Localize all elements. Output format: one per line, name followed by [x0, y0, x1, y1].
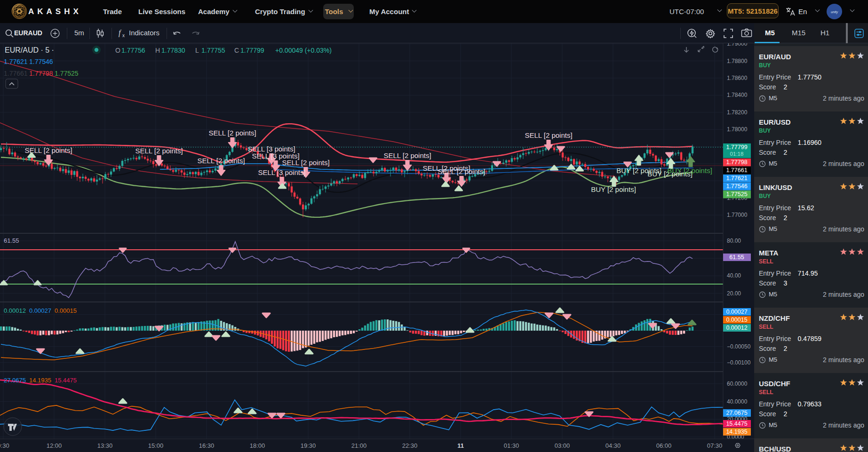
svg-text:−0.00100: −0.00100 [727, 359, 751, 366]
svg-text:60.0000: 60.0000 [727, 381, 748, 387]
svg-text:1.77798: 1.77798 [29, 70, 53, 77]
svg-text:SELL [2 points]: SELL [2 points] [282, 159, 329, 167]
svg-text:BUY [2 points]: BUY [2 points] [591, 185, 636, 193]
svg-text:15.4475: 15.4475 [726, 420, 747, 427]
svg-text:1.77525: 1.77525 [726, 191, 747, 198]
svg-text:1.77661: 1.77661 [726, 167, 747, 174]
svg-text:1.78400: 1.78400 [727, 92, 748, 98]
svg-text:SELL [2 points]: SELL [2 points] [208, 129, 256, 137]
svg-text:0.00015: 0.00015 [55, 307, 77, 314]
svg-text:0.00027: 0.00027 [726, 309, 747, 315]
svg-text:61.55: 61.55 [729, 254, 744, 261]
svg-text:1.77798: 1.77798 [726, 159, 747, 166]
svg-text:0.00012: 0.00012 [4, 307, 26, 314]
svg-text:11: 11 [457, 442, 464, 449]
svg-text:40.00: 40.00 [727, 272, 741, 279]
svg-text:1.77799: 1.77799 [240, 47, 264, 54]
svg-text:1.77621: 1.77621 [726, 175, 747, 182]
svg-text:f: f [119, 29, 122, 37]
svg-text:SELL [2 points]: SELL [2 points] [197, 157, 245, 165]
svg-text:−0.00050: −0.00050 [727, 343, 751, 350]
svg-text:07:30: 07:30 [707, 442, 723, 449]
svg-text:01:18: 01:18 [730, 151, 744, 157]
svg-text:80.00: 80.00 [727, 238, 741, 244]
svg-text:x: x [122, 33, 125, 38]
svg-text:18:00: 18:00 [250, 442, 265, 449]
svg-text:21:00: 21:00 [351, 442, 367, 449]
svg-text:1.77661: 1.77661 [4, 70, 28, 77]
svg-text:EUR/AUD · 5 ·: EUR/AUD · 5 · [5, 46, 54, 54]
svg-text:0:30: 0:30 [0, 442, 9, 449]
svg-text:L: L [195, 47, 199, 54]
svg-text:20.00: 20.00 [727, 290, 741, 297]
svg-text:SELL [2 points]: SELL [2 points] [383, 151, 431, 159]
svg-text:SELL [3 points]: SELL [3 points] [258, 168, 305, 176]
svg-text:SELL [2 points]: SELL [2 points] [438, 167, 485, 175]
svg-text:14.1935: 14.1935 [29, 377, 51, 384]
svg-text:13:30: 13:30 [97, 442, 113, 449]
svg-text:1.77799: 1.77799 [726, 144, 747, 151]
svg-text:+0.00049 (+0.03%): +0.00049 (+0.03%) [275, 47, 332, 54]
svg-text:12:00: 12:00 [47, 442, 62, 449]
svg-text:40.0000: 40.0000 [727, 398, 748, 405]
svg-text:1.77000: 1.77000 [727, 212, 748, 218]
svg-text:06:00: 06:00 [656, 442, 672, 449]
svg-text:O: O [115, 47, 120, 54]
svg-text:1.78600: 1.78600 [727, 75, 748, 81]
svg-text:BUY [2 points]: BUY [2 points] [667, 167, 712, 174]
svg-text:1.77621: 1.77621 [4, 58, 28, 65]
svg-text:22:30: 22:30 [402, 442, 418, 449]
svg-text:1.79000: 1.79000 [727, 43, 748, 47]
svg-text:15:00: 15:00 [148, 442, 164, 449]
svg-text:14.1935: 14.1935 [726, 428, 747, 435]
svg-text:03:00: 03:00 [555, 442, 570, 449]
svg-text:0.00015: 0.00015 [726, 317, 747, 323]
svg-text:H: H [155, 47, 160, 54]
svg-text:0.00012: 0.00012 [726, 325, 747, 331]
svg-text:61.55: 61.55 [4, 237, 19, 244]
svg-text:1.78200: 1.78200 [727, 109, 748, 116]
svg-text:1.77830: 1.77830 [161, 47, 185, 54]
svg-text:1.78800: 1.78800 [727, 58, 748, 64]
svg-text:15.4475: 15.4475 [55, 377, 77, 384]
svg-text:1.78000: 1.78000 [727, 126, 748, 133]
svg-text:1.77546: 1.77546 [29, 58, 53, 65]
svg-text:27.0675: 27.0675 [726, 410, 747, 416]
svg-text:SELL [2 points]: SELL [2 points] [525, 131, 572, 139]
svg-text:1.77525: 1.77525 [55, 70, 79, 77]
svg-text:1.77755: 1.77755 [201, 47, 225, 54]
svg-text:27.0675: 27.0675 [4, 377, 26, 384]
svg-text:01:30: 01:30 [504, 442, 519, 449]
svg-text:1.77756: 1.77756 [121, 47, 145, 54]
svg-text:16:30: 16:30 [199, 442, 215, 449]
svg-text:19:30: 19:30 [301, 442, 316, 449]
svg-text:04:30: 04:30 [605, 442, 621, 449]
svg-text:unity: unity [831, 10, 838, 14]
svg-text:C: C [234, 47, 239, 54]
svg-text:1.77546: 1.77546 [726, 183, 747, 190]
svg-text:0.00027: 0.00027 [29, 307, 51, 314]
svg-text:SELL [2 points]: SELL [2 points] [135, 147, 183, 155]
